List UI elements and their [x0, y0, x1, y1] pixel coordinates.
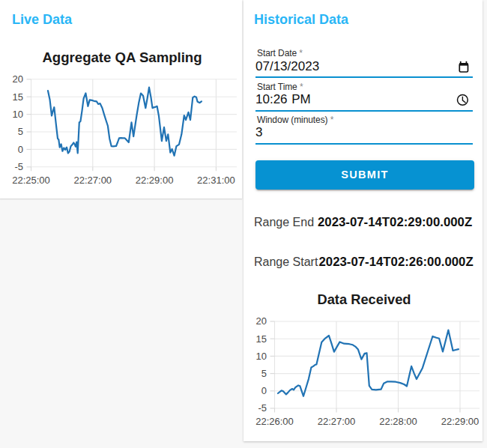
svg-text:10: 10: [13, 109, 23, 120]
svg-text:10: 10: [256, 351, 267, 362]
svg-text:22:27:00: 22:27:00: [318, 416, 356, 427]
svg-text:15: 15: [13, 91, 23, 103]
svg-text:Data Received: Data Received: [318, 291, 411, 307]
svg-text:0: 0: [261, 385, 267, 396]
svg-text:20: 20: [256, 315, 267, 327]
svg-text:22:31:00: 22:31:00: [197, 175, 235, 186]
svg-text:5: 5: [18, 126, 23, 137]
svg-text:22:27:00: 22:27:00: [73, 175, 112, 186]
svg-text:20: 20: [13, 73, 23, 85]
svg-text:15: 15: [256, 333, 267, 345]
svg-text:Aggregate QA Sampling: Aggregate QA Sampling: [42, 49, 202, 65]
svg-text:22:28:00: 22:28:00: [379, 416, 417, 427]
svg-text:22:29:00: 22:29:00: [136, 175, 174, 186]
svg-text:-5: -5: [258, 402, 267, 414]
svg-text:-5: -5: [14, 161, 23, 172]
svg-text:0: 0: [18, 144, 23, 155]
svg-text:22:26:00: 22:26:00: [255, 416, 294, 427]
svg-text:22:29:00: 22:29:00: [441, 416, 480, 427]
svg-text:5: 5: [261, 368, 267, 379]
svg-text:22:25:00: 22:25:00: [12, 175, 50, 186]
